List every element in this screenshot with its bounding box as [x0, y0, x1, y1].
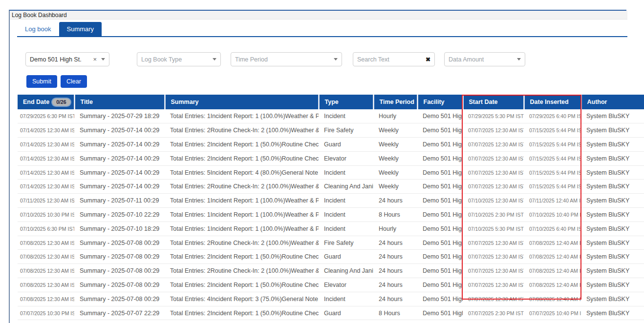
cell-date-inserted: 07/08/2025 12:40 AM IST	[524, 278, 581, 292]
table-row[interactable]: 07/29/2025 6:30 PM ISTSummary - 2025-07-…	[18, 109, 644, 123]
cell-facility: Demo 501 High St.	[417, 264, 463, 278]
table-row[interactable]: 07/10/2025 10:30 PM ISTSummary - 2025-07…	[18, 208, 644, 222]
cell-time-period: 24 hours	[373, 236, 417, 250]
cell-end-date: 07/07/2025 10:30 PM IST	[18, 306, 74, 320]
cell-author: System BluSKY	[581, 264, 644, 278]
column-header-time-period[interactable]: Time Period	[373, 95, 417, 109]
column-header-author[interactable]: Author	[581, 95, 644, 109]
cell-facility: Demo 501 High St.	[417, 222, 463, 236]
cell-summary: Total Entries: 1Incident Report: 1 (100.…	[165, 222, 319, 236]
time-period-select[interactable]: Time Period	[231, 52, 342, 66]
column-header-start-date[interactable]: Start Date	[463, 95, 524, 109]
cell-author: System BluSKY	[581, 180, 644, 194]
cell-summary: Total Entries: 2Routine Check-In: 2 (100…	[165, 180, 319, 194]
cell-facility: Demo 501 High St.	[417, 138, 463, 152]
table-row[interactable]: 07/08/2025 12:30 AM ISTSummary - 2025-07…	[18, 264, 644, 278]
cell-date-inserted: 07/10/2025 10:40 PM IST	[524, 208, 581, 222]
cell-author: System BluSKY	[581, 236, 644, 250]
column-header-facility[interactable]: Facility	[417, 95, 463, 109]
cell-facility: Demo 501 High St.	[417, 151, 463, 165]
cell-author: System BluSKY	[581, 208, 644, 222]
table-row[interactable]: 07/08/2025 12:30 AM ISTSummary - 2025-07…	[18, 278, 644, 292]
facility-chevron-down-icon[interactable]	[101, 58, 105, 61]
cell-title: Summary - 2025-07-10 18:29	[74, 222, 165, 236]
cell-start-date: 07/07/2025 12:30 AM IST	[463, 292, 524, 306]
table-row[interactable]: 07/14/2025 12:30 AM ISTSummary - 2025-07…	[18, 138, 644, 152]
cell-facility: Demo 501 High St.	[417, 194, 463, 208]
cell-author: System BluSKY	[581, 109, 644, 123]
summary-table: End Date0/26 Title Summary Type Time Per…	[18, 95, 644, 320]
cell-title: Summary - 2025-07-08 00:29	[74, 278, 165, 292]
cell-title: Summary - 2025-07-14 00:29	[74, 180, 165, 194]
cell-type: Incident	[319, 208, 373, 222]
time-period-chevron-down-icon[interactable]	[334, 58, 338, 61]
cell-date-inserted: 07/29/2025 6:40 PM IST	[524, 109, 581, 123]
cell-date-inserted: 07/15/2025 5:44 PM IST	[524, 151, 581, 165]
log-book-type-chevron-down-icon[interactable]	[213, 58, 216, 61]
cell-summary: Total Entries: 1Incident Report: 1 (100.…	[165, 208, 319, 222]
cell-start-date: 07/10/2025 2:30 PM IST	[463, 208, 524, 222]
table-row[interactable]: 07/08/2025 12:30 AM ISTSummary - 2025-07…	[18, 292, 644, 306]
cell-start-date: 07/07/2025 12:30 AM IST	[463, 250, 524, 264]
data-amount-select[interactable]: Data Amount	[444, 52, 525, 66]
search-text-input[interactable]: Search Text ✖	[353, 52, 435, 66]
clear-button[interactable]: Clear	[61, 75, 87, 88]
cell-title: Summary - 2025-07-10 22:29	[74, 208, 165, 222]
cell-author: System BluSKY	[581, 194, 644, 208]
tab-log-book[interactable]: Log book	[17, 22, 59, 36]
page-title: Log Book Dashboard	[10, 11, 627, 20]
cell-title: Summary - 2025-07-08 00:29	[74, 250, 165, 264]
table-row[interactable]: 07/07/2025 10:30 PM ISTSummary - 2025-07…	[18, 306, 644, 320]
column-header-end-date[interactable]: End Date0/26	[18, 95, 74, 109]
submit-button[interactable]: Submit	[26, 75, 57, 88]
cell-time-period: 24 hours	[373, 250, 417, 264]
tab-summary[interactable]: Summary	[59, 22, 102, 36]
table-row[interactable]: 07/11/2025 12:30 AM ISTSummary - 2025-07…	[18, 194, 644, 208]
cell-start-date: 07/07/2025 12:30 AM IST	[463, 180, 524, 194]
cell-time-period: Hourly	[373, 109, 417, 123]
cell-summary: Total Entries: 2Routine Check-In: 2 (100…	[165, 123, 319, 138]
facility-clear-icon[interactable]: ×	[93, 56, 97, 63]
table-row[interactable]: 07/14/2025 12:30 AM ISTSummary - 2025-07…	[18, 123, 644, 138]
cell-type: Fire Safety	[319, 236, 373, 250]
table-row[interactable]: 07/08/2025 12:30 AM ISTSummary - 2025-07…	[18, 236, 644, 250]
time-period-placeholder: Time Period	[235, 56, 334, 63]
cell-time-period: 8 Hours	[373, 306, 417, 320]
cell-date-inserted: 07/08/2025 12:40 AM IST	[524, 250, 581, 264]
cell-facility: Demo 501 High St.	[417, 250, 463, 264]
column-header-title[interactable]: Title	[74, 95, 165, 109]
log-book-type-select[interactable]: Log Book Type	[137, 52, 221, 66]
cell-end-date: 07/08/2025 12:30 AM IST	[18, 236, 74, 250]
table-row[interactable]: 07/14/2025 12:30 AM ISTSummary - 2025-07…	[18, 165, 644, 180]
cell-summary: Total Entries: 1Incident Report: 1 (100.…	[165, 109, 319, 123]
cell-start-date: 07/07/2025 2:30 PM IST	[463, 306, 524, 320]
data-amount-placeholder: Data Amount	[449, 56, 517, 63]
cell-title: Summary - 2025-07-14 00:29	[74, 138, 165, 152]
cell-end-date: 07/14/2025 12:30 AM IST	[18, 151, 74, 165]
cell-title: Summary - 2025-07-07 22:29	[74, 306, 165, 320]
cell-summary: Total Entries: 2Incident Report: 1 (50.0…	[165, 278, 319, 292]
cell-facility: Demo 501 High St.	[417, 208, 463, 222]
table-row[interactable]: 07/08/2025 12:30 AM ISTSummary - 2025-07…	[18, 250, 644, 264]
cell-title: Summary - 2025-07-14 00:29	[74, 123, 165, 138]
data-amount-chevron-down-icon[interactable]	[517, 58, 521, 61]
cell-end-date: 07/08/2025 12:30 AM IST	[18, 278, 74, 292]
cell-date-inserted: 07/08/2025 12:40 AM IST	[524, 292, 581, 306]
cell-date-inserted: 07/15/2025 5:44 PM IST	[524, 180, 581, 194]
search-clear-icon[interactable]: ✖	[426, 56, 430, 63]
column-header-end-date-label: End Date	[23, 99, 49, 105]
table-row[interactable]: 07/10/2025 6:30 PM ISTSummary - 2025-07-…	[18, 222, 644, 236]
table-row[interactable]: 07/14/2025 12:30 AM ISTSummary - 2025-07…	[18, 180, 644, 194]
column-header-summary[interactable]: Summary	[165, 95, 319, 109]
column-header-type[interactable]: Type	[319, 95, 373, 109]
table-row[interactable]: 07/14/2025 12:30 AM ISTSummary - 2025-07…	[18, 151, 644, 165]
end-date-count-badge: 0/26	[52, 99, 70, 106]
search-text-placeholder: Search Text	[357, 56, 422, 63]
facility-select-value: Demo 501 High St.	[30, 56, 90, 63]
cell-start-date: 07/07/2025 12:30 AM IST	[463, 123, 524, 138]
facility-select[interactable]: Demo 501 High St. ×	[25, 52, 109, 66]
column-header-date-inserted[interactable]: Date Inserted	[524, 95, 581, 109]
cell-facility: Demo 501 High St.	[417, 165, 463, 180]
cell-type: Incident	[319, 292, 373, 306]
cell-author: System BluSKY	[581, 222, 644, 236]
